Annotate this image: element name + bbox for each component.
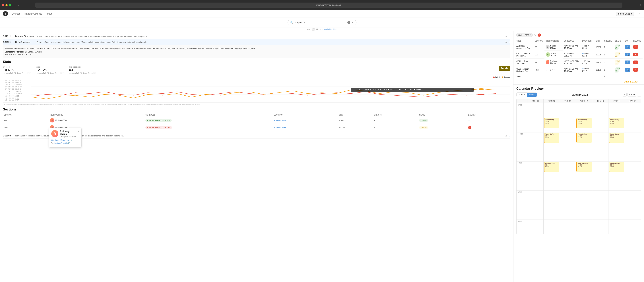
time-slot-10am <box>516 118 528 132</box>
course-info-icon[interactable]: ℹ <box>510 134 510 137</box>
remove-button[interactable]: ✕ <box>633 45 638 49</box>
nav-about[interactable]: About <box>46 12 52 15</box>
address-bar[interactable]: michigantechcourses.com <box>35 3 622 8</box>
remove-button[interactable]: ✕ <box>633 68 638 72</box>
course-location[interactable]: ✈ Fisher 0138 <box>581 59 594 66</box>
available-filters-link[interactable]: available filters <box>324 28 338 31</box>
course-instructor: B Briana Bettin <box>544 51 562 58</box>
day-cell: Data Struct... 01:0001:50 <box>544 162 560 176</box>
go-button[interactable]: 🔍 <box>625 61 630 64</box>
details-button[interactable]: Details <box>498 66 510 71</box>
day-header-wed: WED 12 <box>576 99 592 103</box>
cal-event-datastruct-wed[interactable]: Data Struct... 01:0001:50 <box>576 162 592 172</box>
theme-toggle-icon[interactable]: ☾ <box>639 13 641 15</box>
course-info-icon[interactable]: ℹ <box>510 35 510 38</box>
course-title: CS2321 Data Structures <box>515 59 534 66</box>
course-row-cs2311[interactable]: CS2311 Discrete Structures Presents fund… <box>3 33 510 39</box>
schedule-pill: MWF 13:00 PM – 13:50 PM <box>146 126 172 129</box>
nav-transfer-courses[interactable]: Transfer Courses <box>24 12 42 15</box>
cal-event-teamsoft-mon[interactable]: Team Soft... 11:0011:50 <box>544 133 559 143</box>
course-credits: 0 <box>603 51 614 59</box>
basket-cell[interactable]: − <box>467 124 510 131</box>
go-button-cell[interactable]: 🔍 <box>624 51 632 59</box>
tooltip-phone[interactable]: 📞 906-487-1638 🔗 <box>51 142 79 145</box>
course-location[interactable]: ✈ RekN 0112 <box>581 51 594 59</box>
go-button-cell[interactable]: 🔍 <box>624 66 632 74</box>
event-time: 11:0011:50 <box>578 135 591 139</box>
course-credits: 3 <box>603 43 614 51</box>
remove-from-basket-button[interactable]: − <box>468 126 472 129</box>
course-row-cs2321[interactable]: CS2321 Data Structures Presents fundamen… <box>3 39 510 45</box>
search-clear-button[interactable]: ✕ <box>348 21 350 24</box>
day-cell <box>608 147 624 162</box>
course-location[interactable]: ✈ RekN 0214 <box>581 43 594 51</box>
day-cell <box>560 191 576 205</box>
close-button[interactable] <box>2 4 4 6</box>
share-export-button[interactable]: Share & Export → <box>624 80 641 83</box>
day-cell <box>528 118 544 132</box>
chevron-down-icon: ▾ <box>530 34 531 36</box>
go-button-cell[interactable]: 🔍 <box>624 59 632 66</box>
calendar-next-button[interactable]: › <box>637 93 641 96</box>
remove-button-cell[interactable]: ✕ <box>632 43 642 51</box>
location-cell[interactable]: ✈Fisher 0138 <box>273 124 338 131</box>
cal-event-accounting-mon[interactable]: Accounting... 10:0010:50 <box>544 118 559 128</box>
instructor-avatar[interactable]: R <box>50 118 54 122</box>
go-button-cell[interactable]: 🔍 <box>624 43 632 51</box>
event-name: Team Soft... <box>610 133 623 135</box>
remove-button[interactable]: ✕ <box>633 53 638 56</box>
left-panel: CS2311 Discrete Structures Presents fund… <box>0 31 514 282</box>
tooltip-close-button[interactable]: ✕ <box>77 130 79 133</box>
cal-event-accounting-wed[interactable]: Accounting... 10:0010:50 <box>576 118 592 128</box>
maximize-button[interactable] <box>9 4 11 6</box>
url-text: michigantechcourses.com <box>316 4 342 6</box>
course-credits: 3 <box>603 66 614 74</box>
course-selected-icon[interactable]: ℹ <box>510 41 510 43</box>
back-button[interactable]: ‹ <box>14 3 16 7</box>
tooltip-email[interactable]: ✉ ruihong@mtu.edu 🔗 <box>51 139 79 141</box>
semester-select[interactable]: Spring 2022 ▾ <box>616 12 634 16</box>
event-time: 10:0010:50 <box>545 120 558 124</box>
basket-cell[interactable]: + <box>467 117 510 124</box>
day-cell <box>576 205 592 220</box>
search-x-button[interactable]: ✕ <box>352 21 354 24</box>
location-cell[interactable]: ✈Fisher 0139 <box>273 117 338 124</box>
forward-button[interactable]: › <box>17 3 20 7</box>
section-code: R02 <box>3 124 49 131</box>
nav-courses[interactable]: Courses <box>12 12 20 15</box>
edit-icon[interactable]: ✎ <box>534 34 536 36</box>
go-button[interactable]: 🔍 <box>625 45 630 49</box>
cal-event-datastruct-fri[interactable]: Data Struct... 01:0001:50 <box>609 162 624 172</box>
cal-event-teamsoft-wed[interactable]: Team Soft... 11:0011:50 <box>576 133 592 143</box>
cal-event-teamsoft-fri[interactable]: Team Soft... 11:0011:50 <box>609 133 624 143</box>
go-button[interactable]: 🔍 <box>625 68 630 72</box>
dark-mode-toggle[interactable]: ☾ <box>640 4 642 6</box>
svg-text:24.00%: 24.00% <box>4 80 22 82</box>
th-remove: REMOVE <box>632 39 642 43</box>
course-location[interactable]: ✈ RekN 0117 <box>581 66 594 74</box>
remove-button[interactable]: ✕ <box>633 61 638 64</box>
month-view-button[interactable]: Month <box>516 93 527 97</box>
day-cell <box>592 132 608 147</box>
main-layout: CS2311 Discrete Structures Presents fund… <box>0 31 644 282</box>
time-slot-1pm: 1 PM <box>516 162 528 176</box>
calendar-prev-button[interactable]: ‹ <box>622 93 626 96</box>
cal-event-accounting-fri[interactable]: Accounting... 10:0010:50 <box>609 118 624 128</box>
delete-semester-button[interactable]: ✕ <box>538 33 541 37</box>
remove-button-cell[interactable]: ✕ <box>632 59 642 66</box>
filter-hint: hold / / to see available filters <box>0 28 644 31</box>
course-desc: xamination of social and ethical issues … <box>15 135 502 137</box>
crn-cell: 11230 <box>338 124 372 131</box>
minimize-button[interactable] <box>6 4 8 6</box>
remove-button-cell[interactable]: ✕ <box>632 66 642 74</box>
add-to-basket-button[interactable]: + <box>468 118 470 122</box>
cal-event-datastruct-mon[interactable]: Data Struct... 01:0001:50 <box>544 162 559 172</box>
semester-tag[interactable]: Spring 2022 ▾ <box>516 33 533 37</box>
day-cell <box>528 191 544 205</box>
day-cell <box>560 162 576 176</box>
calendar-today-button[interactable]: Today <box>627 93 636 96</box>
week-view-button[interactable]: Week <box>527 93 537 97</box>
search-input[interactable] <box>294 21 346 24</box>
remove-button-cell[interactable]: ✕ <box>632 51 642 59</box>
go-button[interactable]: 🔍 <box>625 53 630 56</box>
